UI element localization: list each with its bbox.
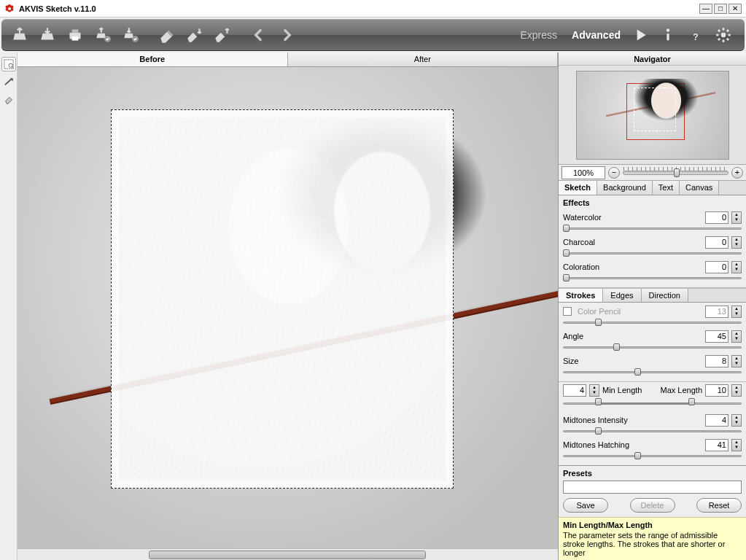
- preset-select[interactable]: [563, 481, 742, 494]
- svg-rect-2: [72, 29, 79, 32]
- watercolor-value[interactable]: 0: [705, 211, 728, 224]
- run-button[interactable]: [628, 23, 653, 47]
- angle-spinner[interactable]: ▲▼: [731, 330, 742, 343]
- zoom-slider-handle[interactable]: [674, 168, 680, 177]
- watercolor-slider[interactable]: [563, 225, 742, 232]
- help-box: Min Length/Max Length The parameter sets…: [559, 517, 746, 560]
- preset-delete-button: Delete: [630, 498, 675, 513]
- watercolor-spinner[interactable]: ▲▼: [731, 211, 742, 224]
- zoom-select[interactable]: 100%: [562, 166, 605, 179]
- charcoal-slider[interactable]: [563, 249, 742, 257]
- size-spinner[interactable]: ▲▼: [731, 355, 742, 368]
- size-slider[interactable]: [563, 368, 742, 376]
- length-row: 4 ▲▼ Min Length Max Length 10 ▲▼: [559, 382, 746, 398]
- color-pencil-label: Color Pencil: [578, 307, 702, 316]
- tab-text[interactable]: Text: [653, 181, 680, 195]
- subtab-edges[interactable]: Edges: [603, 289, 641, 302]
- angle-label: Angle: [563, 332, 702, 341]
- view-tabs: Before After: [18, 52, 558, 67]
- color-pencil-value: 13: [705, 306, 728, 318]
- save-button[interactable]: [35, 23, 60, 47]
- min-length-label: Min Length: [602, 386, 642, 394]
- export-preset-button[interactable]: [210, 23, 235, 47]
- charcoal-label: Charcoal: [563, 238, 702, 246]
- tab-before[interactable]: Before: [18, 52, 288, 66]
- undo-button[interactable]: [246, 23, 271, 47]
- zoom-row: 100% − +: [559, 165, 746, 181]
- tab-after[interactable]: After: [288, 52, 559, 66]
- batch-open-button[interactable]: [90, 23, 115, 47]
- color-pencil-slider: [563, 319, 742, 326]
- app-logo-icon: [4, 4, 15, 14]
- zoom-in-button[interactable]: +: [731, 167, 743, 179]
- left-toolbar: [0, 52, 18, 560]
- eraser-tool-button[interactable]: [155, 23, 179, 47]
- stroke-subtabs: Strokes Edges Direction: [559, 288, 746, 303]
- stroke-direction-tool[interactable]: [1, 74, 16, 89]
- eraser-tool[interactable]: [1, 92, 16, 106]
- presets-section: Presets Save Delete Reset: [559, 465, 746, 517]
- max-length-spinner[interactable]: ▲▼: [731, 384, 742, 397]
- min-length-value[interactable]: 4: [563, 384, 586, 397]
- batch-save-button[interactable]: [118, 23, 143, 47]
- max-length-value[interactable]: 10: [705, 384, 728, 397]
- canvas-area: Before After: [18, 52, 559, 560]
- import-preset-button[interactable]: [182, 23, 207, 47]
- mode-express[interactable]: Express: [513, 29, 565, 41]
- tab-sketch[interactable]: Sketch: [559, 181, 597, 195]
- navigator[interactable]: [559, 66, 746, 165]
- tab-canvas[interactable]: Canvas: [680, 181, 719, 195]
- print-button[interactable]: [63, 23, 88, 47]
- coloration-value[interactable]: 0: [705, 261, 728, 273]
- size-value[interactable]: 8: [705, 355, 728, 368]
- angle-slider[interactable]: [563, 343, 742, 351]
- midtones-hatching-spinner[interactable]: ▲▼: [731, 439, 742, 451]
- right-panel: Navigator 100% − + Sketch Background Tex…: [559, 52, 746, 560]
- midtones-hatching-label: Midtones Hatching: [563, 440, 702, 449]
- main-toolbar: Express Advanced ?: [1, 19, 745, 51]
- midtones-hatching-value[interactable]: 41: [705, 439, 728, 451]
- midtones-intensity-spinner[interactable]: ▲▼: [731, 414, 742, 427]
- tab-background[interactable]: Background: [597, 181, 653, 195]
- zoom-out-button[interactable]: −: [608, 167, 620, 179]
- length-range-slider[interactable]: [563, 398, 742, 408]
- preview-area-tool[interactable]: [1, 57, 16, 71]
- settings-button[interactable]: [711, 23, 736, 47]
- mode-advanced[interactable]: Advanced: [564, 29, 628, 41]
- charcoal-spinner[interactable]: ▲▼: [731, 236, 742, 249]
- subtab-direction[interactable]: Direction: [642, 289, 688, 302]
- max-length-handle[interactable]: [688, 398, 695, 405]
- help-title: Min Length/Max Length: [563, 521, 742, 529]
- minimize-button[interactable]: —: [699, 4, 712, 14]
- midtones-intensity-slider[interactable]: [563, 427, 742, 435]
- preset-save-button[interactable]: Save: [563, 498, 608, 513]
- charcoal-value[interactable]: 0: [705, 236, 728, 249]
- angle-value[interactable]: 45: [705, 330, 728, 343]
- title-bar: AKVIS Sketch v.11.0 — □ ✕: [0, 0, 746, 18]
- open-button[interactable]: [7, 23, 32, 47]
- size-label: Size: [563, 357, 702, 365]
- image-canvas[interactable]: [18, 67, 558, 548]
- min-length-spinner[interactable]: ▲▼: [589, 384, 599, 397]
- effects-title: Effects: [563, 197, 742, 210]
- svg-point-9: [721, 33, 726, 38]
- maximize-button[interactable]: □: [714, 4, 727, 14]
- close-button[interactable]: ✕: [728, 4, 742, 14]
- min-length-handle[interactable]: [595, 398, 602, 405]
- horizontal-scrollbar[interactable]: [18, 548, 558, 560]
- midtones-intensity-value[interactable]: 4: [705, 414, 728, 427]
- help-button[interactable]: ?: [683, 23, 708, 47]
- scrollbar-thumb[interactable]: [149, 551, 426, 559]
- svg-text:?: ?: [693, 32, 698, 42]
- preview-selection[interactable]: [111, 109, 454, 489]
- zoom-slider[interactable]: [623, 171, 728, 175]
- midtones-hatching-slider[interactable]: [563, 452, 742, 459]
- coloration-spinner[interactable]: ▲▼: [731, 261, 742, 273]
- preset-reset-button[interactable]: Reset: [696, 498, 742, 513]
- redo-button[interactable]: [274, 23, 299, 47]
- color-pencil-checkbox[interactable]: [563, 307, 572, 316]
- navigator-preview[interactable]: [576, 71, 729, 160]
- subtab-strokes[interactable]: Strokes: [559, 289, 603, 302]
- coloration-slider[interactable]: [563, 274, 742, 281]
- info-button[interactable]: [656, 23, 680, 47]
